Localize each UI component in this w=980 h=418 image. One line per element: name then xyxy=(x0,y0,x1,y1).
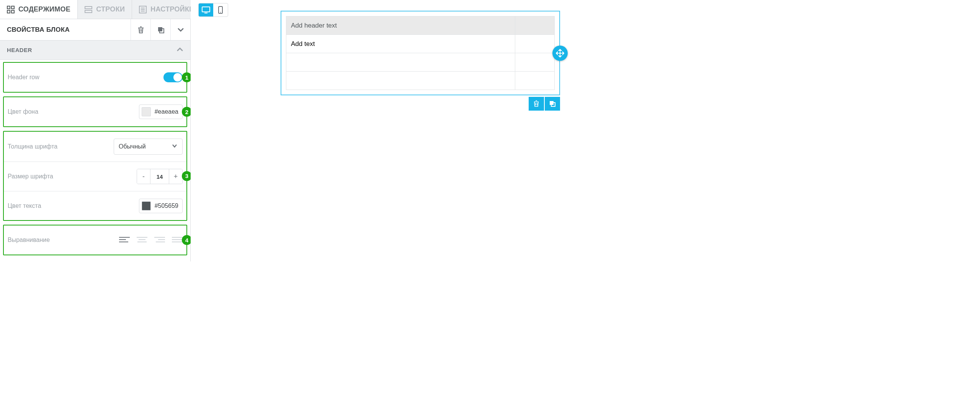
svg-rect-24 xyxy=(202,7,210,12)
font-size-value[interactable]: 14 xyxy=(150,169,169,184)
tab-content[interactable]: СОДЕРЖИМОЕ xyxy=(0,0,78,19)
block-properties-actions xyxy=(131,19,190,40)
table-header-cell[interactable]: Add header text xyxy=(286,16,515,35)
table-row xyxy=(286,53,555,72)
font-weight-label: Толщина шрифта xyxy=(8,143,57,150)
table-cell[interactable]: Add text xyxy=(286,35,515,53)
svg-rect-2 xyxy=(7,10,10,13)
properties-sidebar: СОДЕРЖИМОЕ СТРОКИ НАСТРОЙКИ СВОЙСТВА БЛО… xyxy=(0,0,191,261)
bg-color-swatch xyxy=(142,107,151,116)
block-floating-actions xyxy=(529,97,560,111)
sidebar-tabs: СОДЕРЖИМОЕ СТРОКИ НАСТРОЙКИ xyxy=(0,0,190,19)
font-weight-select[interactable]: Обычный xyxy=(114,139,183,155)
font-weight-value: Обычный xyxy=(119,143,146,150)
svg-rect-3 xyxy=(11,10,14,13)
collapse-block-button[interactable] xyxy=(170,19,190,40)
svg-rect-1 xyxy=(11,6,14,9)
section-header-label: HEADER xyxy=(7,47,32,53)
table-row: Add text xyxy=(286,35,555,53)
text-color-label: Цвет текста xyxy=(8,202,41,209)
tab-rows[interactable]: СТРОКИ xyxy=(78,0,132,19)
text-color-swatch xyxy=(142,201,151,211)
bg-color-field[interactable]: #eaeaea xyxy=(139,104,183,119)
svg-rect-4 xyxy=(85,7,92,9)
device-switcher xyxy=(198,3,228,17)
align-justify-button[interactable] xyxy=(172,236,183,244)
align-right-button[interactable] xyxy=(154,236,165,244)
selected-table-block[interactable]: Add header text Add text xyxy=(281,11,560,95)
table-cell[interactable] xyxy=(515,35,554,53)
text-color-value: #505659 xyxy=(155,202,178,209)
chevron-up-icon xyxy=(176,46,183,54)
block-properties-bar: СВОЙСТВА БЛОКА xyxy=(0,19,190,41)
header-row-label: Header row xyxy=(8,74,39,81)
tab-settings-label: НАСТРОЙКИ xyxy=(150,5,194,13)
align-left-button[interactable] xyxy=(119,236,130,244)
delete-block-floating-button[interactable] xyxy=(529,97,544,111)
svg-rect-0 xyxy=(7,6,10,9)
list-icon xyxy=(139,6,147,13)
bg-color-value: #eaeaea xyxy=(155,108,178,115)
mobile-view-button[interactable] xyxy=(213,3,228,16)
tab-content-label: СОДЕРЖИМОЕ xyxy=(18,5,70,13)
duplicate-block-button[interactable] xyxy=(150,19,170,40)
section-header-toggle[interactable]: HEADER xyxy=(0,41,190,60)
table-header-cell[interactable] xyxy=(515,16,554,35)
editor-canvas: Add header text Add text xyxy=(191,0,980,261)
rows-icon xyxy=(85,6,92,13)
font-size-decrement[interactable]: - xyxy=(137,169,150,184)
svg-point-27 xyxy=(220,12,221,13)
table-cell[interactable] xyxy=(515,72,554,90)
table-header-row: Add header text xyxy=(286,16,555,35)
content-table: Add header text Add text xyxy=(286,16,555,90)
svg-rect-10 xyxy=(158,27,162,31)
move-handle[interactable] xyxy=(552,46,568,61)
tab-rows-label: СТРОКИ xyxy=(96,5,125,13)
align-center-button[interactable] xyxy=(137,236,147,244)
header-row-toggle[interactable] xyxy=(163,72,183,82)
table-cell[interactable] xyxy=(515,53,554,72)
block-properties-title: СВОЙСТВА БЛОКА xyxy=(0,26,131,34)
table-row xyxy=(286,72,555,90)
text-color-field[interactable]: #505659 xyxy=(139,199,183,213)
duplicate-block-floating-button[interactable] xyxy=(545,97,560,111)
delete-block-button[interactable] xyxy=(131,19,150,40)
desktop-view-button[interactable] xyxy=(199,3,213,16)
toggle-knob xyxy=(173,73,182,82)
font-size-increment[interactable]: + xyxy=(169,169,182,184)
font-size-label: Размер шрифта xyxy=(8,173,53,180)
align-label: Выравнивание xyxy=(8,237,50,243)
font-size-stepper: - 14 + xyxy=(137,169,183,184)
table-cell[interactable] xyxy=(286,72,515,90)
svg-rect-5 xyxy=(85,10,92,13)
align-buttons xyxy=(119,236,183,244)
table-cell[interactable] xyxy=(286,53,515,72)
chevron-down-icon xyxy=(172,143,178,150)
bg-color-label: Цвет фона xyxy=(8,108,38,115)
grid-icon xyxy=(7,6,15,13)
